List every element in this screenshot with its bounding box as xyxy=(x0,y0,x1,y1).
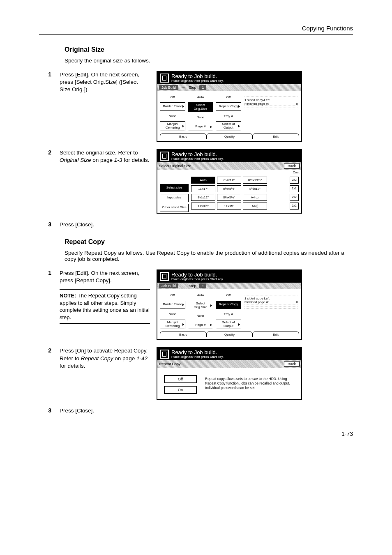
size-option[interactable]: 8½x11" xyxy=(191,194,215,201)
info-label: Finished page #: xyxy=(244,300,269,304)
margin-centering-button[interactable]: Margin/ Centering xyxy=(160,121,185,131)
info-label: Finished page #: xyxy=(244,102,269,106)
step-number-chip: 1 xyxy=(199,85,206,90)
document-icon xyxy=(160,272,169,281)
intro-repeat-copy: Specify Repeat Copy as follows. Use Repe… xyxy=(65,250,353,262)
size-option[interactable]: 2x2 xyxy=(290,185,299,192)
screen-edit-panel: Ready to Job build. Place originals then… xyxy=(157,71,302,142)
tab-basic[interactable]: Basic xyxy=(160,332,207,337)
step-number: 2 xyxy=(39,347,60,354)
screen-repeat-copy-panel: Ready to Job build. Place originals then… xyxy=(157,347,302,400)
size-option[interactable]: 8½x13½" xyxy=(243,177,267,184)
step-number: 2 xyxy=(39,149,60,156)
step-number: 3 xyxy=(39,407,60,414)
dash: — xyxy=(182,284,185,288)
back-button[interactable]: Back xyxy=(284,163,300,169)
border-erase-button[interactable]: Border Erase xyxy=(160,301,185,309)
document-icon xyxy=(160,74,169,83)
screen-edit-panel-2: Ready to Job build. Place originals then… xyxy=(157,269,302,340)
size-option[interactable]: 2x2 xyxy=(290,203,299,210)
document-icon xyxy=(160,152,169,161)
tab-basic[interactable]: Basic xyxy=(160,134,207,139)
bar-label: Select Original Size xyxy=(159,164,191,168)
step-label: Step xyxy=(189,85,196,90)
step-text: Press [On] to activate Repeat Copy. Refe… xyxy=(60,347,154,370)
tab-quality[interactable]: Quality xyxy=(206,332,253,337)
intro-original-size: Specify the original size as follows. xyxy=(65,58,353,64)
page-number-button[interactable]: Page # xyxy=(188,321,213,329)
page-number-button[interactable]: Page # xyxy=(188,123,213,131)
cell: Off xyxy=(216,93,241,101)
cell: Auto xyxy=(188,292,213,299)
step-text: Press [Edit]. On the next screen, press … xyxy=(60,71,154,94)
description-text: Repeat copy allows sets to be sav to the… xyxy=(205,375,299,394)
info-value: 0 xyxy=(296,300,298,304)
select-output-button[interactable]: Select of Output xyxy=(216,121,241,131)
select-output-button[interactable]: Select of Output xyxy=(216,320,241,329)
panel-subtitle: Place originals then press Start key. xyxy=(171,157,224,161)
size-option[interactable]: 2x2 xyxy=(290,177,299,184)
tab-quality[interactable]: Quality xyxy=(206,134,253,139)
panel-title: Ready to Job build. xyxy=(171,152,224,157)
select-orig-size-button[interactable]: Select Orig.Size xyxy=(188,301,213,311)
panel-title: Ready to Job build. xyxy=(171,350,224,355)
note-box: NOTE: The Repeat Copy setting applies to… xyxy=(60,289,150,324)
custom-label: Cust xyxy=(157,170,301,174)
info-line: 1 sided copy-Left xyxy=(244,297,298,300)
size-option[interactable]: 2x2 xyxy=(290,194,299,201)
step-number-chip: 1 xyxy=(199,283,206,288)
cell: None xyxy=(160,311,185,318)
running-header: Copying Functions xyxy=(39,25,353,35)
size-option[interactable]: 8½x13" xyxy=(243,185,267,192)
repeat-copy-button[interactable]: Repeat Copy xyxy=(216,301,241,309)
bar-label: Repeat Copy xyxy=(159,362,181,366)
size-option[interactable]: A4 ▯ xyxy=(243,203,267,210)
section-title-repeat-copy: Repeat Copy xyxy=(65,238,353,246)
size-option[interactable]: 5½x8½" xyxy=(217,185,241,192)
off-button[interactable]: Off xyxy=(164,375,197,383)
size-option[interactable]: 8½x5½" xyxy=(217,194,241,201)
job-build-chip: Job Build xyxy=(159,283,178,288)
document-icon xyxy=(160,350,169,359)
border-erase-button[interactable]: Border Erase xyxy=(160,102,185,111)
other-stand-size-button[interactable]: Other stand.Size xyxy=(160,204,189,212)
step-text: Press [Edit]. On the next screen, press … xyxy=(60,269,154,324)
tab-edit[interactable]: Edit xyxy=(252,332,299,337)
panel-subtitle: Place originals then press Start key. xyxy=(171,79,224,83)
step-text: Press [Close]. xyxy=(60,221,154,228)
select-orig-size-button[interactable]: Select Orig.Size xyxy=(188,102,213,112)
size-option[interactable]: A4 ▭ xyxy=(243,194,267,201)
dash: — xyxy=(182,85,185,90)
step-label: Step xyxy=(189,284,196,288)
cell: Off xyxy=(216,292,241,299)
step-text: Select the original size. Refer to Origi… xyxy=(60,149,154,164)
screen-select-size-panel: Ready to Job build. Place originals then… xyxy=(157,149,302,214)
panel-subtitle: Place originals then press Start key. xyxy=(171,355,224,359)
job-build-chip: Job Build xyxy=(159,85,178,90)
step-text: Press [Close]. xyxy=(60,407,154,415)
size-option[interactable]: 11x8½" xyxy=(191,203,215,210)
cell: Off xyxy=(160,93,185,101)
size-option[interactable]: Auto xyxy=(191,177,215,184)
section-title-original-size: Original Size xyxy=(65,46,353,53)
info-line: 1 sided copy-Left xyxy=(244,98,298,102)
back-button[interactable]: Back xyxy=(284,361,300,367)
size-option[interactable]: 11x17" xyxy=(191,185,215,192)
on-button[interactable]: On xyxy=(164,386,197,394)
input-size-button[interactable]: Input size xyxy=(160,194,189,202)
cell: Tray A xyxy=(216,112,241,120)
size-option[interactable]: 8½x14" xyxy=(217,177,241,184)
panel-title: Ready to Job build. xyxy=(171,272,224,277)
select-size-button[interactable]: Select size xyxy=(160,184,189,192)
step-number: 3 xyxy=(39,221,60,228)
panel-subtitle: Place originals then press Start key. xyxy=(171,277,224,281)
cell: None xyxy=(188,114,213,121)
step-number: 1 xyxy=(39,269,60,276)
size-option[interactable]: 11x15" xyxy=(217,203,241,210)
cell: Auto xyxy=(188,93,213,101)
repeat-copy-button[interactable]: Repeat Copy xyxy=(216,102,241,111)
page-number: 1-73 xyxy=(39,431,353,437)
margin-centering-button[interactable]: Margin/ Centering xyxy=(160,320,185,329)
step-number: 1 xyxy=(39,71,60,78)
tab-edit[interactable]: Edit xyxy=(252,134,299,139)
